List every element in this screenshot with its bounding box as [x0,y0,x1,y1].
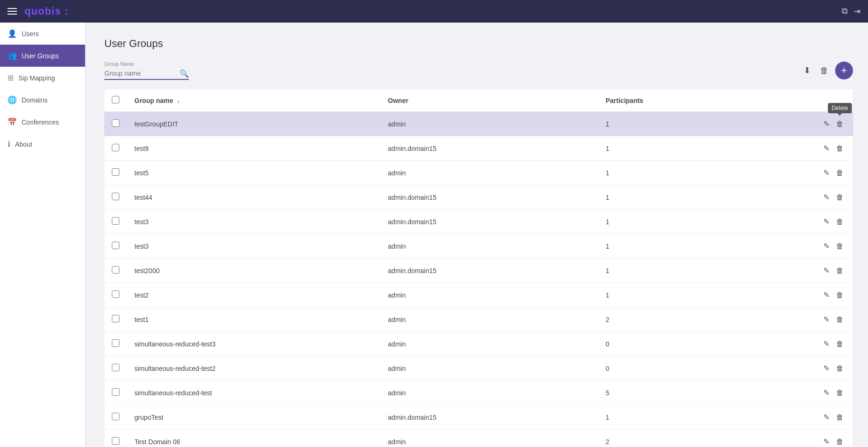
row-checkbox[interactable] [112,413,119,420]
edit-button[interactable]: ✎ [821,264,831,277]
trash-icon: 🗑 [836,169,844,177]
row-owner: admin [380,381,598,405]
row-checkbox-cell [104,405,127,430]
row-participants: 0 [598,356,744,381]
download-button[interactable]: ⬇ [801,63,813,78]
sidebar-item-users[interactable]: 👤 Users [0,23,85,45]
logout-icon[interactable]: ⇥ [853,6,860,16]
edit-button[interactable]: ✎ [821,362,831,375]
delete-row-button[interactable]: 🗑 [834,265,845,277]
row-checkbox[interactable] [112,364,119,371]
row-actions-cell: ✎🗑 [744,307,853,332]
pencil-icon: ✎ [823,438,829,446]
delete-row-button[interactable]: 🗑 [834,191,845,204]
trash-icon: 🗑 [836,218,844,226]
edit-button[interactable]: ✎ [821,240,831,252]
pencil-icon: ✎ [823,242,829,250]
row-actions-cell: ✎🗑 [744,259,853,283]
row-checkbox-cell [104,161,127,185]
col-group-name[interactable]: Group name ↓ [127,89,380,112]
row-checkbox-cell [104,307,127,332]
sidebar-item-user-groups[interactable]: 👥 User Groups [0,45,85,67]
select-all-checkbox[interactable] [112,96,119,103]
edit-button[interactable]: ✎ [821,313,831,326]
row-group-name: grupoTest [127,405,380,430]
sidebar-item-conferences[interactable]: 📅 Conferences [0,111,85,133]
menu-toggle[interactable] [8,8,17,15]
edit-button[interactable]: ✎ [821,191,831,204]
external-link-icon[interactable]: ⧉ [842,6,848,16]
row-actions: ✎🗑 [751,411,845,423]
delete-row-button[interactable]: 🗑 [834,411,845,423]
row-checkbox-cell [104,210,127,234]
sidebar-item-about[interactable]: ℹ About [0,133,85,155]
row-checkbox[interactable] [112,290,119,298]
row-checkbox[interactable] [112,217,119,225]
delete-row-button[interactable]: 🗑 [834,362,845,375]
delete-row-button[interactable]: 🗑 [834,142,845,155]
edit-button[interactable]: ✎ [821,166,831,179]
main-layout: 👤 Users 👥 User Groups ⊞ Sip Mapping 🌐 Do… [0,23,868,447]
search-button[interactable]: 🔍 [180,69,189,78]
row-checkbox[interactable] [112,119,119,127]
table-row: test3admin.domain151✎🗑 [104,210,853,234]
row-participants: 1 [598,283,744,307]
delete-row-button[interactable]: 🗑 [834,167,845,179]
table-container: Group name ↓ Owner Participants testGrou… [104,89,853,447]
edit-button[interactable]: ✎ [821,118,831,130]
row-participants: 0 [598,332,744,356]
row-checkbox[interactable] [112,437,119,445]
pencil-icon: ✎ [823,193,829,201]
delete-row-button[interactable]: 🗑 [834,216,845,228]
trash-icon: 🗑 [836,291,844,299]
row-checkbox[interactable] [112,168,119,176]
edit-button[interactable]: ✎ [821,142,831,155]
row-owner: admin.domain15 [380,136,598,161]
delete-row-button[interactable]: 🗑 [834,118,845,130]
edit-button[interactable]: ✎ [821,386,831,399]
row-group-name: test9 [127,136,380,161]
delete-button[interactable]: 🗑 [817,63,831,78]
row-checkbox[interactable] [112,144,119,151]
delete-tooltip-wrapper: Delete🗑 [834,118,845,130]
row-group-name: test1 [127,307,380,332]
edit-button[interactable]: ✎ [821,411,831,423]
row-checkbox[interactable] [112,266,119,274]
row-checkbox[interactable] [112,388,119,396]
search-label: Group Name [104,61,189,67]
row-actions-cell: ✎🗑 [744,356,853,381]
page-title: User Groups [104,38,853,50]
delete-row-button[interactable]: 🗑 [834,436,845,447]
edit-button[interactable]: ✎ [821,215,831,228]
row-checkbox[interactable] [112,242,119,249]
header-row: Group name ↓ Owner Participants [104,89,853,112]
pencil-icon: ✎ [823,413,829,421]
delete-row-button[interactable]: 🗑 [834,338,845,350]
row-owner: admin [380,283,598,307]
sidebar-item-domains[interactable]: 🌐 Domains [0,89,85,111]
row-checkbox[interactable] [112,193,119,200]
edit-button[interactable]: ✎ [821,435,831,447]
delete-row-button[interactable]: 🗑 [834,289,845,301]
sidebar-item-sip-mapping[interactable]: ⊞ Sip Mapping [0,67,85,89]
row-checkbox[interactable] [112,339,119,347]
pencil-icon: ✎ [823,144,829,152]
table-row: simultaneous-reduced-test2admin0✎🗑 [104,356,853,381]
row-participants: 1 [598,161,744,185]
row-group-name: test2 [127,283,380,307]
search-input[interactable] [104,68,189,80]
table-row: simultaneous-reduced-test3admin0✎🗑 [104,332,853,356]
col-participants: Participants [598,89,744,112]
row-owner: admin.domain15 [380,405,598,430]
row-group-name: test2000 [127,259,380,283]
row-actions: ✎🗑 [751,240,845,252]
edit-button[interactable]: ✎ [821,337,831,350]
row-checkbox[interactable] [112,315,119,322]
delete-row-button[interactable]: 🗑 [834,240,845,252]
add-button[interactable]: + [835,62,853,79]
edit-button[interactable]: ✎ [821,289,831,301]
user-groups-table: Group name ↓ Owner Participants testGrou… [104,89,853,447]
plus-icon: + [841,64,847,77]
delete-row-button[interactable]: 🗑 [834,314,845,326]
delete-row-button[interactable]: 🗑 [834,387,845,399]
